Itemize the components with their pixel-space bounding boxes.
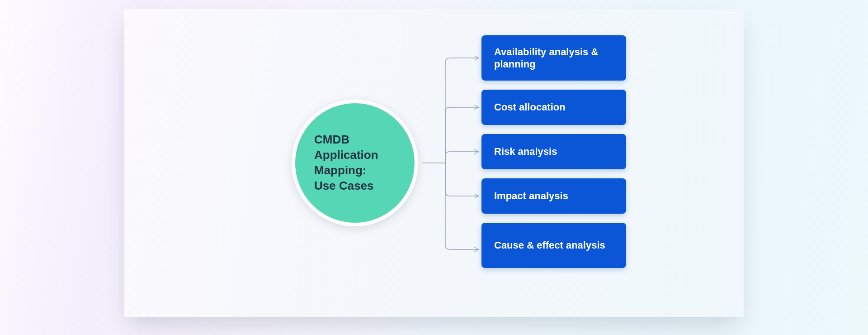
use-case-list: Availability analysis & planning Cost al… — [481, 35, 626, 268]
use-case-item: Cost allocation — [481, 90, 626, 125]
center-node: CMDB Application Mapping: Use Cases — [292, 100, 418, 226]
use-case-label: Cost allocation — [494, 101, 566, 114]
diagram-card: CMDB Application Mapping: Use Cases Avai… — [124, 9, 744, 317]
use-case-label: Impact analysis — [494, 190, 568, 202]
use-case-item: Risk analysis — [481, 134, 626, 169]
center-node-label: CMDB Application Mapping: Use Cases — [314, 132, 378, 193]
use-case-item: Impact analysis — [481, 178, 626, 214]
use-case-label: Availability analysis & planning — [494, 46, 613, 71]
use-case-label: Risk analysis — [494, 145, 557, 158]
use-case-item: Cause & effect analysis — [481, 223, 626, 268]
connector-lines — [124, 9, 744, 317]
use-case-label: Cause & effect analysis — [494, 239, 605, 252]
use-case-item: Availability analysis & planning — [481, 35, 626, 81]
